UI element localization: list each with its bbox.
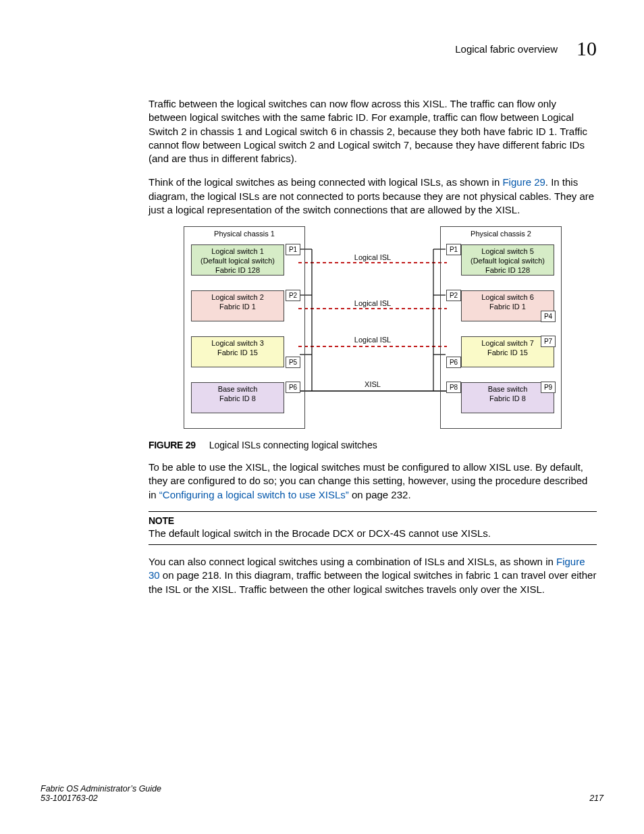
port-p5: P5	[286, 357, 300, 368]
figure-29-caption: FIGURE 29Logical ISLs connecting logical…	[149, 440, 597, 450]
ls2-l3: Fabric ID 1	[192, 303, 284, 312]
p3-b: on page 232.	[349, 489, 411, 500]
diagram-canvas: Logical ISL Logical ISL Logical ISL XISL…	[184, 226, 562, 430]
base-switch-left: Base switch Fabric ID 8	[191, 382, 284, 413]
footer-left: Fabric OS Administrator’s Guide 53-10017…	[41, 784, 161, 803]
p4-b: on page 218. In this diagram, traffic be…	[149, 569, 596, 594]
chapter-number: 10	[576, 37, 597, 60]
port-p2-left: P2	[286, 290, 300, 301]
ls1-l3: Fabric ID 128	[192, 266, 284, 276]
chassis-2-title: Physical chassis 2	[441, 227, 561, 239]
ls3-l1: Logical switch 3	[192, 339, 284, 348]
chassis-2: Physical chassis 2 Logical switch 5 (Def…	[440, 226, 562, 429]
page-header: Logical fabric overview 10	[41, 37, 597, 60]
p2-a: Think of the logical switches as being c…	[149, 176, 502, 188]
ls1-l2: (Default logical switch)	[192, 257, 284, 266]
ls8-l1: Base switch	[462, 385, 554, 394]
port-p9: P9	[541, 382, 556, 393]
ls6-l3: Fabric ID 1	[462, 303, 554, 312]
ls2-l1: Logical switch 2	[192, 293, 284, 303]
link-configuring-xisl[interactable]: “Configuring a logical switch to use XIS…	[159, 489, 349, 500]
port-p7: P7	[541, 336, 556, 347]
ls8-l3: Fabric ID 8	[462, 394, 554, 404]
doc-title: Fabric OS Administrator’s Guide	[41, 784, 161, 793]
p4-a: You can also connect logical switches us…	[149, 556, 556, 567]
header-title: Logical fabric overview	[455, 43, 558, 55]
logical-switch-5: Logical switch 5 (Default logical switch…	[461, 244, 554, 276]
ls5-l3: Fabric ID 128	[462, 266, 554, 276]
logical-switch-1: Logical switch 1 (Default logical switch…	[191, 244, 284, 276]
ls4-l1: Base switch	[192, 385, 284, 394]
logical-switch-3: Logical switch 3 Fabric ID 15	[191, 336, 284, 367]
paragraph-4: You can also connect logical switches us…	[149, 555, 597, 596]
paragraph-1: Traffic between the logical switches can…	[149, 97, 597, 165]
chassis-1-title: Physical chassis 1	[184, 227, 304, 239]
port-p6-left: P6	[286, 382, 300, 393]
ls5-l2: (Default logical switch)	[462, 257, 554, 266]
paragraph-3: To be able to use the XISL, the logical …	[149, 461, 597, 502]
port-p8: P8	[446, 382, 461, 393]
page-number: 217	[589, 793, 603, 803]
page-footer: Fabric OS Administrator’s Guide 53-10017…	[41, 784, 603, 803]
note-block: NOTE The default logical switch in the B…	[149, 511, 597, 545]
port-p1-left: P1	[286, 244, 300, 255]
ls5-l1: Logical switch 5	[462, 247, 554, 257]
note-label: NOTE	[149, 515, 174, 526]
ls7-l3: Fabric ID 15	[462, 348, 554, 358]
ls3-l3: Fabric ID 15	[192, 348, 284, 358]
port-p4: P4	[541, 311, 556, 322]
page: Logical fabric overview 10 Traffic betwe…	[0, 0, 644, 834]
content: Traffic between the logical switches can…	[149, 97, 597, 596]
figure-text: Logical ISLs connecting logical switches	[209, 440, 377, 450]
ls6-l1: Logical switch 6	[462, 293, 554, 303]
ls7-l1: Logical switch 7	[462, 339, 554, 348]
port-p2-right: P2	[446, 290, 461, 301]
ls4-l3: Fabric ID 8	[192, 394, 284, 404]
paragraph-2: Think of the logical switches as being c…	[149, 176, 597, 217]
logical-switch-2: Logical switch 2 Fabric ID 1	[191, 290, 284, 321]
ls1-l1: Logical switch 1	[192, 247, 284, 257]
doc-number: 53-1001763-02	[41, 793, 161, 803]
chassis-1: Physical chassis 1 Logical switch 1 (Def…	[184, 226, 305, 429]
port-p1-right: P1	[446, 244, 461, 255]
port-p6-right: P6	[446, 357, 461, 368]
note-text: The default logical switch in the Brocad…	[149, 527, 491, 539]
link-figure-29[interactable]: Figure 29	[502, 176, 545, 188]
figure-label: FIGURE 29	[149, 440, 196, 450]
figure-29-diagram: Logical ISL Logical ISL Logical ISL XISL…	[149, 226, 597, 430]
